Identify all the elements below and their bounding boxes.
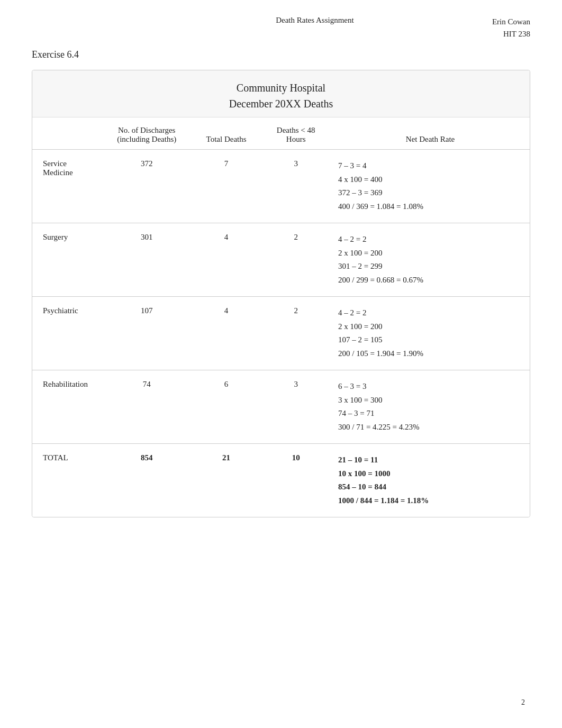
cell-service-0: ServiceMedicine [32,150,102,223]
table-wrapper: Community Hospital December 20XX Deaths … [32,70,530,517]
cell-service-4: TOTAL [32,444,102,517]
cell-net-death-rate-3: 6 – 3 = 33 x 100 = 30074 – 3 = 71300 / 7… [331,370,530,444]
table-title-line1: Community Hospital [38,80,524,96]
header: Death Rates Assignment Erin Cowan HIT 23… [32,16,530,40]
cell-deaths48-0: 3 [261,150,331,223]
cell-deaths48-4: 10 [261,444,331,517]
cell-total-deaths-4: 21 [192,444,261,517]
cell-deaths48-1: 2 [261,223,331,297]
table-row: TOTAL854211021 – 10 = 1110 x 100 = 10008… [32,444,530,517]
header-right: Erin Cowan HIT 238 [492,16,530,40]
cell-net-death-rate-0: 7 – 3 = 44 x 100 = 400372 – 3 = 369400 /… [331,150,530,223]
col-header-deaths48: Deaths < 48Hours [261,117,331,150]
cell-total-deaths-3: 6 [192,370,261,444]
table-title: Community Hospital December 20XX Deaths [32,70,530,117]
cell-total-deaths-1: 4 [192,223,261,297]
cell-service-3: Rehabilitation [32,370,102,444]
cell-total-deaths-0: 7 [192,150,261,223]
table-header-row: Service Medicine No. of Discharges (incl… [32,117,530,150]
exercise-label: Exercise 6.4 [32,49,530,60]
header-name: Erin Cowan [492,16,530,28]
cell-net-death-rate-2: 4 – 2 = 22 x 100 = 200107 – 2 = 105200 /… [331,297,530,370]
cell-discharges-3: 74 [102,370,192,444]
table-row: Psychiatric10742 4 – 2 = 22 x 100 = 2001… [32,297,530,370]
cell-deaths48-2: 2 [261,297,331,370]
col-header-service: Service Medicine [32,117,102,150]
cell-net-death-rate-4: 21 – 10 = 1110 x 100 = 1000854 – 10 = 84… [331,444,530,517]
page-number: 2 [521,698,525,707]
cell-deaths48-3: 3 [261,370,331,444]
header-center: Death Rates Assignment [276,16,353,25]
cell-discharges-4: 854 [102,444,192,517]
col-header-discharges: No. of Discharges (including Deaths) [102,117,192,150]
header-course: HIT 238 [492,28,530,40]
cell-net-death-rate-1: 4 – 2 = 22 x 100 = 200301 – 2 = 299200 /… [331,223,530,297]
page: Death Rates Assignment Erin Cowan HIT 23… [0,0,562,728]
cell-discharges-2: 107 [102,297,192,370]
main-table: Service Medicine No. of Discharges (incl… [32,117,530,517]
table-title-line2: December 20XX Deaths [38,96,524,112]
col-header-net-death: Net Death Rate [331,117,530,150]
cell-service-2: Psychiatric [32,297,102,370]
cell-discharges-1: 301 [102,223,192,297]
col-header-total-deaths: Total Deaths [192,117,261,150]
table-row: Rehabilitation74636 – 3 = 33 x 100 = 300… [32,370,530,444]
header-center-text: Death Rates Assignment [276,16,353,24]
table-row: Surgery301424 – 2 = 22 x 100 = 200301 – … [32,223,530,297]
cell-discharges-0: 372 [102,150,192,223]
table-row: ServiceMedicine372737 – 3 = 44 x 100 = 4… [32,150,530,223]
cell-service-1: Surgery [32,223,102,297]
cell-total-deaths-2: 4 [192,297,261,370]
